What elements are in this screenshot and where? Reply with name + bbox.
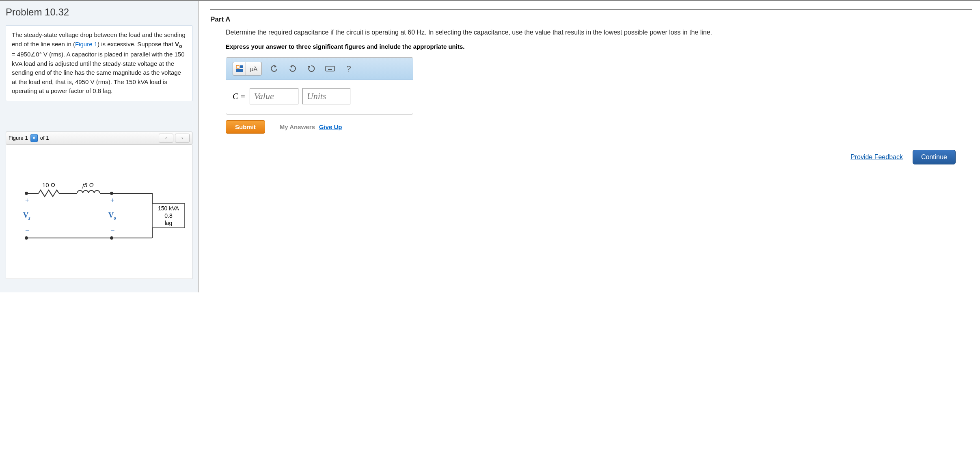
figure-next-button[interactable]: ›	[175, 134, 190, 143]
figure-stepper[interactable]: ▲▼	[30, 134, 38, 142]
vo-expr: V	[175, 41, 179, 48]
figure-label: Figure 1	[9, 135, 28, 141]
undo-icon[interactable]	[268, 62, 281, 75]
svg-rect-23	[326, 66, 335, 71]
template-icon[interactable]	[233, 62, 246, 76]
footer-row: Provide Feedback Continue	[210, 150, 972, 164]
vo-label: Vo	[108, 211, 116, 221]
divider	[210, 9, 972, 10]
figure-prev-button[interactable]: ‹	[159, 134, 173, 143]
inductor-label: j5 Ω	[82, 182, 93, 188]
my-answers-label: My Answers	[280, 123, 315, 130]
figure-of-text: of 1	[40, 135, 49, 141]
redo-icon[interactable]	[286, 62, 299, 75]
part-a-question: Determine the required capacitance if th…	[226, 28, 972, 37]
answer-input-row: C =	[226, 80, 413, 114]
svg-text:+: +	[110, 197, 114, 203]
value-input[interactable]	[250, 88, 298, 104]
variable-label: C =	[233, 92, 246, 101]
svg-text:+: +	[25, 197, 29, 203]
problem-statement: The steady-state voltage drop between th…	[6, 25, 192, 101]
part-a-title: Part A	[210, 15, 972, 24]
left-panel: Problem 10.32 The steady-state voltage d…	[0, 1, 199, 292]
load-pf: 0.8	[164, 212, 173, 219]
problem-title: Problem 10.32	[6, 6, 192, 18]
load-lag: lag	[165, 220, 173, 226]
units-button[interactable]: μÅ	[246, 62, 262, 76]
figure-toolbar: Figure 1 ▲▼ of 1 ‹ ›	[6, 132, 192, 145]
svg-rect-17	[236, 65, 239, 68]
vo-eq: = 4950∠0° V (rms)	[12, 51, 63, 58]
figure-link[interactable]: Figure 1	[75, 41, 97, 48]
give-up-link[interactable]: Give Up	[319, 123, 342, 130]
submit-button[interactable]: Submit	[226, 120, 265, 134]
answer-box: μÅ ? C =	[226, 57, 413, 115]
svg-text:−: −	[110, 227, 115, 235]
right-panel: Part A Determine the required capacitanc…	[199, 1, 980, 292]
circuit-diagram: 150 kVA 0.8 lag 10 Ω j5 Ω + Vs − + Vo −	[10, 181, 189, 246]
part-a-instruction: Express your answer to three significant…	[226, 43, 972, 50]
resistor-label: 10 Ω	[42, 182, 55, 188]
svg-text:−: −	[25, 227, 30, 235]
vs-label: Vs	[23, 211, 30, 221]
problem-text-mid: ) is excessive. Suppose that	[97, 41, 175, 48]
keyboard-icon[interactable]	[324, 62, 337, 75]
help-icon[interactable]: ?	[342, 62, 355, 75]
continue-button[interactable]: Continue	[913, 150, 956, 164]
figure-area: 150 kVA 0.8 lag 10 Ω j5 Ω + Vs − + Vo −	[6, 145, 192, 279]
answer-toolbar: μÅ ?	[226, 58, 413, 80]
svg-rect-18	[240, 65, 243, 68]
vo-sub: o	[179, 43, 182, 49]
provide-feedback-link[interactable]: Provide Feedback	[850, 154, 903, 161]
load-kva: 150 kVA	[158, 205, 179, 212]
units-input[interactable]	[302, 88, 350, 104]
svg-rect-19	[236, 69, 243, 72]
submit-row: Submit My Answers Give Up	[226, 120, 972, 134]
reset-icon[interactable]	[305, 62, 318, 75]
